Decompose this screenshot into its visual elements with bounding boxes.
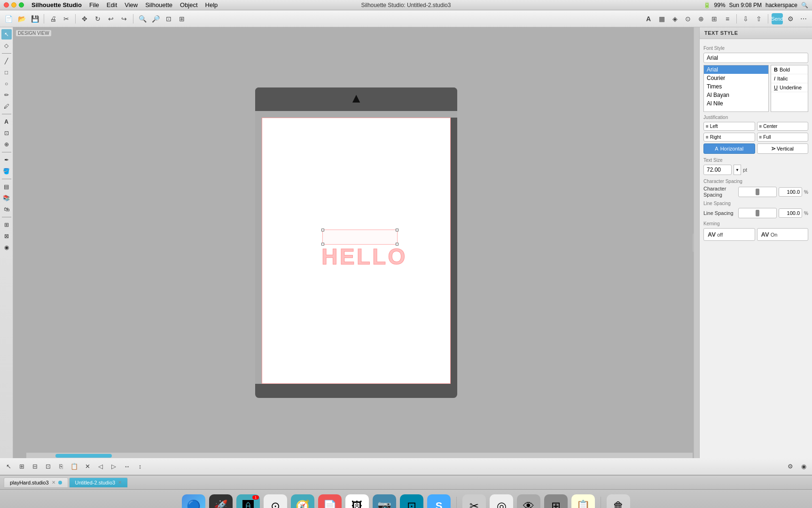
sub-more-icon[interactable]: ◉ xyxy=(798,461,809,472)
fill-button[interactable]: ▦ xyxy=(656,13,667,24)
zoom-out-button[interactable]: 🔎 xyxy=(150,13,161,24)
rectangle-tool[interactable]: □ xyxy=(1,67,12,78)
replicate-button[interactable]: ⊞ xyxy=(709,13,720,24)
bold-style-item[interactable]: B Bold xyxy=(771,65,808,74)
new-button[interactable]: 📄 xyxy=(3,13,14,24)
character-spacing-slider[interactable] xyxy=(738,187,777,197)
line-spacing-slider[interactable] xyxy=(738,208,777,218)
fit-button[interactable]: ⊡ xyxy=(163,13,174,24)
dock-preview[interactable]: 👁 xyxy=(517,494,540,508)
text-size-dropdown[interactable]: ▼ xyxy=(734,165,741,175)
font-item-times[interactable]: Times xyxy=(704,82,768,91)
export-button[interactable]: ⇧ xyxy=(753,13,765,24)
dock-chrome2[interactable]: ◎ xyxy=(490,494,513,508)
sub-align-button[interactable]: ⊡ xyxy=(42,461,54,472)
font-item-alnile[interactable]: Al Nile xyxy=(704,99,768,108)
character-spacing-value[interactable] xyxy=(779,187,802,197)
sub-forward-button[interactable]: ▷ xyxy=(108,461,119,472)
dock-chrome[interactable]: ⊙ xyxy=(264,494,287,508)
tab-playhard[interactable]: playHard.studio3 ✕ xyxy=(4,477,68,488)
redo-button[interactable]: ↪ xyxy=(118,13,130,24)
hello-text[interactable]: HELLO xyxy=(321,244,407,270)
menu-object[interactable]: Object xyxy=(180,1,198,8)
sub-select-button[interactable]: ↖ xyxy=(3,461,14,472)
tab-playhard-close[interactable]: ✕ xyxy=(52,480,55,485)
font-search-input[interactable] xyxy=(703,53,808,63)
minimize-button[interactable] xyxy=(11,2,16,8)
font-item-arial[interactable]: Arial xyxy=(704,65,768,74)
sub-delete-button[interactable]: ✕ xyxy=(82,461,93,472)
line-spacing-thumb[interactable] xyxy=(756,210,759,216)
kerning-off-button[interactable]: AV off xyxy=(703,228,755,241)
settings-gear-icon[interactable]: ⚙ xyxy=(785,13,796,24)
dock-arduino[interactable]: ⊡ xyxy=(400,494,423,508)
sub-copy-button[interactable]: ⎘ xyxy=(55,461,67,472)
sub-back-button[interactable]: ◁ xyxy=(95,461,106,472)
dock-image-capture[interactable]: 📷 xyxy=(373,494,396,508)
dock-mission-control[interactable]: ⊞ xyxy=(544,494,568,508)
eyedropper-tool[interactable]: ✒ xyxy=(1,155,12,165)
sub-flip-h-button[interactable]: ↔ xyxy=(121,461,133,472)
align-button[interactable]: ≡ xyxy=(722,13,733,24)
line-tool[interactable]: ╱ xyxy=(1,56,12,66)
store-button[interactable]: 🛍 xyxy=(1,204,12,214)
text-style-button[interactable]: A xyxy=(643,13,654,24)
line-spacing-value[interactable] xyxy=(779,208,802,218)
dock-safari[interactable]: 🧭 xyxy=(291,494,314,508)
offset-button[interactable]: ⊙ xyxy=(682,13,694,24)
text-tool[interactable]: A xyxy=(1,117,12,127)
dock-photos[interactable]: 🖼 xyxy=(345,494,369,508)
dock-scissor[interactable]: ✂ xyxy=(462,494,486,508)
open-button[interactable]: 📂 xyxy=(16,13,27,24)
maximize-button[interactable] xyxy=(19,2,24,8)
send-button[interactable]: Send xyxy=(772,13,783,24)
handle-tr[interactable] xyxy=(396,229,398,231)
justify-right-button[interactable]: ≡ Right xyxy=(703,133,755,142)
cut-button[interactable]: ✂ xyxy=(61,13,72,24)
transform-button[interactable]: ⊕ xyxy=(695,13,707,24)
undo-button[interactable]: ↩ xyxy=(105,13,117,24)
menu-file[interactable]: File xyxy=(89,1,99,8)
kerning-on-button[interactable]: AV On xyxy=(757,228,809,241)
ellipse-tool[interactable]: ○ xyxy=(1,79,12,89)
justify-left-button[interactable]: ≡ Left xyxy=(703,122,755,131)
sub-paste-button[interactable]: 📋 xyxy=(69,461,80,472)
weld-tool[interactable]: ⊕ xyxy=(1,139,12,150)
print-button[interactable]: 🖨 xyxy=(47,13,59,24)
sub-settings-icon[interactable]: ⚙ xyxy=(785,461,796,472)
sub-flip-v-button[interactable]: ↕ xyxy=(134,461,146,472)
panel2-button[interactable]: ⊠ xyxy=(1,231,12,241)
canvas-scroll-area[interactable]: ▲ xyxy=(13,27,699,458)
menu-edit[interactable]: Edit xyxy=(107,1,117,8)
dock-notes[interactable]: 📋 xyxy=(571,494,595,508)
paper-canvas[interactable]: HELLO xyxy=(262,118,451,384)
dock-silhouette[interactable]: S xyxy=(427,494,451,508)
freehand-tool[interactable]: ✏ xyxy=(1,90,12,100)
justify-full-button[interactable]: ≡ Full xyxy=(757,133,809,142)
font-item-courier[interactable]: Courier xyxy=(704,74,768,82)
canvas-area[interactable]: DESIGN VIEW » ▲ xyxy=(13,27,699,458)
grid-button[interactable]: ⊞ xyxy=(176,13,187,24)
menu-silhouette[interactable]: Silhouette xyxy=(145,1,172,8)
panel3-button[interactable]: ◉ xyxy=(1,242,12,253)
panel1-button[interactable]: ⊞ xyxy=(1,220,12,230)
close-button[interactable] xyxy=(4,2,9,8)
sub-ungroup-button[interactable]: ⊟ xyxy=(29,461,40,472)
menu-help[interactable]: Help xyxy=(205,1,218,8)
select-tool[interactable]: ↖ xyxy=(1,29,12,40)
tab-untitled-close[interactable]: ✕ xyxy=(118,480,122,485)
layers-button[interactable]: ▤ xyxy=(1,182,12,192)
menu-view[interactable]: View xyxy=(125,1,138,8)
save-button[interactable]: 💾 xyxy=(29,13,40,24)
crop-tool[interactable]: ⊡ xyxy=(1,128,12,138)
node-edit-tool[interactable]: ◇ xyxy=(1,40,12,51)
horizontal-scrollbar-thumb[interactable] xyxy=(55,454,112,458)
rotate-button[interactable]: ↻ xyxy=(92,13,103,24)
dock-finder[interactable]: 🔵 xyxy=(182,494,205,508)
font-list[interactable]: Arial Courier Times Al Bayan Al Nile xyxy=(703,65,769,112)
vertical-orientation-button[interactable]: A Vertical xyxy=(757,143,809,154)
handle-tl[interactable] xyxy=(321,229,324,231)
dock-pdf[interactable]: 📄 xyxy=(318,494,342,508)
tab-untitled[interactable]: Untitled-2.studio3 ✕ xyxy=(69,477,128,488)
import-button[interactable]: ⇩ xyxy=(740,13,751,24)
